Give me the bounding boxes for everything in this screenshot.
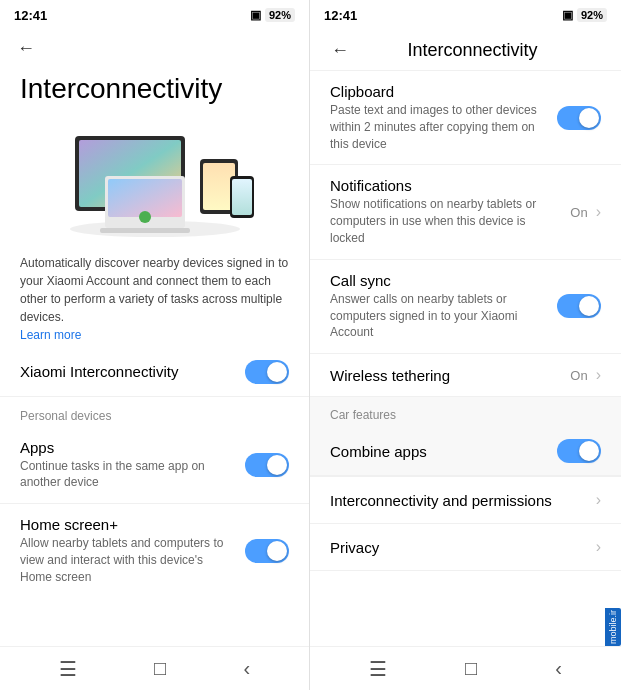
right-nav-menu-icon[interactable]: ☰ [369,657,387,681]
right-panel: 12:41 ▣ 92% ← Interconnectivity Clipboar… [310,0,621,690]
combine-info: Combine apps [330,443,557,460]
clipboard-info: Clipboard Paste text and images to other… [330,83,557,152]
apps-sub: Continue tasks in the same app on anothe… [20,458,235,492]
toggle-knob [579,108,599,128]
toggle-knob [579,441,599,461]
xiaomi-interconnectivity-row: Xiaomi Interconnectivity [0,348,309,397]
learn-more-link[interactable]: Learn more [20,328,81,342]
notifications-value: On [570,205,587,220]
xiaomi-interconnectivity-label: Xiaomi Interconnectivity [20,363,178,380]
wireless-label: Wireless tethering [330,367,560,384]
home-screen-toggle[interactable] [245,539,289,563]
toggle-knob [579,296,599,316]
notifications-label: Notifications [330,177,560,194]
svg-rect-11 [232,179,252,215]
home-screen-label: Home screen+ [20,516,235,533]
call-sync-toggle[interactable] [557,294,601,318]
notifications-sub: Show notifications on nearby tablets or … [330,196,560,246]
wireless-value: On [570,368,587,383]
privacy-chevron: › [596,538,601,556]
right-nav-back-icon[interactable]: ‹ [555,657,562,680]
notifications-value-group: On › [570,203,601,221]
svg-rect-7 [100,228,190,233]
left-time: 12:41 [14,8,47,23]
toggle-knob [267,362,287,382]
xiaomi-interconnectivity-toggle[interactable] [245,360,289,384]
clipboard-sub: Paste text and images to other devices w… [330,102,547,152]
personal-devices-section: Personal devices [0,397,309,427]
interconnect-perm-row[interactable]: Interconnectivity and permissions › [310,477,621,524]
svg-point-12 [139,211,151,223]
apps-info: Apps Continue tasks in the same app on a… [20,439,245,492]
notifications-row: Notifications Show notifications on near… [310,165,621,259]
toggle-knob [267,455,287,475]
car-section-label: Car features [330,408,396,422]
wireless-chevron: › [596,366,601,384]
home-screen-row: Home screen+ Allow nearby tablets and co… [0,504,309,597]
call-sync-info: Call sync Answer calls on nearby tablets… [330,272,557,341]
notifications-chevron: › [596,203,601,221]
left-page-title: Interconnectivity [0,64,309,116]
right-header: ← Interconnectivity [310,28,621,70]
clipboard-row: Clipboard Paste text and images to other… [310,71,621,165]
combine-apps-toggle[interactable] [557,439,601,463]
left-back-button[interactable]: ← [10,32,42,64]
home-screen-info: Home screen+ Allow nearby tablets and co… [20,516,245,585]
call-sync-row: Call sync Answer calls on nearby tablets… [310,260,621,354]
left-panel: 12:41 ▣ 92% ← Interconnectivity [0,0,310,690]
left-battery: 92% [265,8,295,22]
left-nav-bar: ☰ □ ‹ [0,646,309,690]
home-screen-sub: Allow nearby tablets and computers to vi… [20,535,235,585]
right-nav-bar: ☰ □ ‹ [310,646,621,690]
privacy-label: Privacy [330,539,379,556]
left-description: Automatically discover nearby devices si… [0,246,309,348]
interconnect-perm-label: Interconnectivity and permissions [330,492,552,509]
call-sync-label: Call sync [330,272,547,289]
apps-row: Apps Continue tasks in the same app on a… [0,427,309,505]
clipboard-label: Clipboard [330,83,547,100]
left-status-bar: 12:41 ▣ 92% [0,0,309,28]
wireless-row: Wireless tethering On › [310,354,621,397]
right-page-title: Interconnectivity [364,40,607,61]
car-features-section: Car features [310,397,621,427]
left-nav-menu-icon[interactable]: ☰ [59,657,77,681]
left-status-icons: ▣ 92% [250,8,295,22]
notifications-info: Notifications Show notifications on near… [330,177,570,246]
privacy-row[interactable]: Privacy › [310,524,621,571]
mobile-badge: mobile.ir [605,608,621,646]
wireless-info: Wireless tethering [330,367,570,384]
right-back-button[interactable]: ← [324,34,356,66]
left-signal-icon: ▣ [250,8,261,22]
toggle-knob [267,541,287,561]
wireless-value-group: On › [570,366,601,384]
clipboard-toggle[interactable] [557,106,601,130]
device-illustration [10,116,299,246]
right-content: Clipboard Paste text and images to other… [310,71,621,646]
right-signal-icon: ▣ [562,8,573,22]
combine-apps-row: Combine apps [310,427,621,476]
left-nav-home-icon[interactable]: □ [154,657,166,680]
apps-toggle[interactable] [245,453,289,477]
right-time: 12:41 [324,8,357,23]
right-status-icons: ▣ 92% [562,8,607,22]
left-nav-back-icon[interactable]: ‹ [244,657,251,680]
right-nav-home-icon[interactable]: □ [465,657,477,680]
interconnect-perm-chevron: › [596,491,601,509]
right-status-bar: 12:41 ▣ 92% [310,0,621,28]
right-battery: 92% [577,8,607,22]
call-sync-sub: Answer calls on nearby tablets or comput… [330,291,547,341]
apps-label: Apps [20,439,235,456]
combine-label: Combine apps [330,443,547,460]
